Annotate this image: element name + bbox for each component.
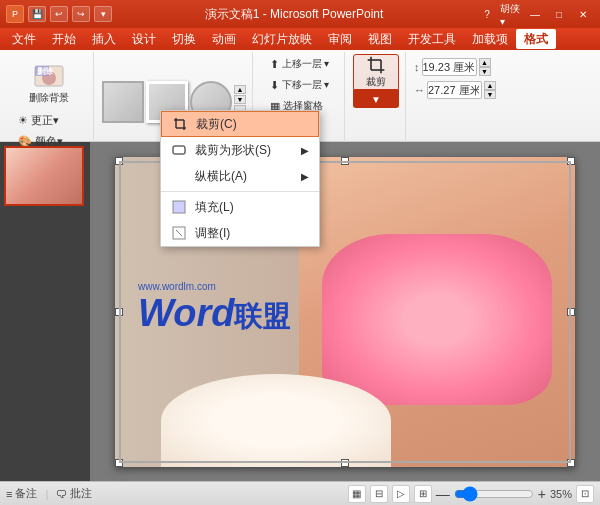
crop-icon [364,55,388,75]
app-title: 演示文稿1 - Microsoft PowerPoint [112,6,476,23]
down-layer-icon: ⬇ [270,79,279,92]
crop-label: 裁剪 [366,75,386,89]
width-down[interactable]: ▼ [484,90,496,99]
quick-undo[interactable]: ↩ [50,6,68,22]
maximize-btn[interactable]: □ [548,5,570,23]
menu-devtools[interactable]: 开发工具 [400,29,464,49]
menu-view[interactable]: 视图 [360,29,400,49]
crop-shape-icon [171,142,187,158]
width-up[interactable]: ▲ [484,81,496,90]
styles-up[interactable]: ▲ [234,85,246,94]
slide-thumb-1[interactable] [4,146,84,206]
remove-bg-label: 删除背景 [29,92,69,104]
menu-slideshow[interactable]: 幻灯片放映 [244,29,320,49]
menu-transition[interactable]: 切换 [164,29,204,49]
svg-line-15 [176,230,182,236]
view-reading[interactable]: ▷ [392,485,410,503]
slide-1-container: 1 [4,146,86,206]
aspect-icon [171,168,187,184]
crop-dropdown-btn[interactable]: ▼ [353,90,399,108]
height-icon: ↕ [414,61,420,73]
height-up[interactable]: ▲ [479,58,491,67]
fit-icon [171,225,187,241]
width-input[interactable] [427,81,482,99]
pic-style-1[interactable] [102,81,144,123]
remove-background-btn[interactable]: 删除 删除背景 [24,54,74,108]
crop-shape-item[interactable]: 裁剪为形状(S) ▶ [161,137,319,163]
fill-icon [171,199,187,215]
menu-animation[interactable]: 动画 [204,29,244,49]
up-layer-icon: ⬆ [270,58,279,71]
corrections-icon: ☀ [18,114,28,127]
aspect-ratio-item[interactable]: 纵横比(A) ▶ [161,163,319,189]
help-btn[interactable]: ? [476,5,498,23]
width-icon: ↔ [414,84,425,96]
status-notes[interactable]: ≡ 备注 [6,486,37,501]
user-btn[interactable]: 胡侠▾ [500,5,522,23]
fill-label: 填充(L) [195,199,234,216]
menu-insert[interactable]: 插入 [84,29,124,49]
quick-redo[interactable]: ↪ [72,6,90,22]
svg-rect-13 [173,201,185,213]
menu-addins[interactable]: 加载项 [464,29,516,49]
watermark-url: www.wordlm.com [138,281,290,292]
comment-label: 批注 [70,486,92,501]
fill-item[interactable]: 填充(L) [161,194,319,220]
fit-item[interactable]: 调整(I) [161,220,319,246]
view-sorter[interactable]: ⊟ [370,485,388,503]
fit-label: 调整(I) [195,225,230,242]
dropdown-sep [161,191,319,192]
menu-design[interactable]: 设计 [124,29,164,49]
arrange-btns: ⬆ 上移一层 ▾ ⬇ 下移一层 ▾ ▦ 选择窗格 [266,54,334,116]
corrections-btn[interactable]: ☀ 更正▾ [14,110,84,130]
crop-main-btn[interactable]: 裁剪 [353,54,399,90]
height-down[interactable]: ▼ [479,67,491,76]
fabric-detail [161,374,391,467]
down-layer-btn[interactable]: ⬇ 下移一层 ▾ [266,75,334,95]
zoom-slider[interactable] [454,489,534,499]
menu-home[interactable]: 开始 [44,29,84,49]
close-btn[interactable]: ✕ [572,5,594,23]
status-bar: ≡ 备注 | 🗨 批注 ▦ ⊟ ▷ ⊞ — + 35% ⊡ [0,481,600,505]
minimize-btn[interactable]: — [524,5,546,23]
status-sep1: | [45,488,48,500]
aspect-arrow: ▶ [301,171,309,182]
zoom-icon-minus: — [436,486,450,502]
crop-shape-label: 裁剪为形状(S) [195,142,271,159]
adjust-btns: 删除 删除背景 [24,54,74,108]
menu-file[interactable]: 文件 [4,29,44,49]
styles-down[interactable]: ▼ [234,95,246,104]
crop-menu-icon [172,116,188,132]
fit-window-btn[interactable]: ⊡ [576,485,594,503]
view-present[interactable]: ⊞ [414,485,432,503]
quick-more[interactable]: ▾ [94,6,112,22]
menu-format[interactable]: 格式 [516,29,556,49]
size-inputs: ↕ ▲ ▼ ↔ ▲ ▼ [414,54,496,101]
status-right: ▦ ⊟ ▷ ⊞ — + 35% ⊡ [348,485,594,503]
menu-review[interactable]: 审阅 [320,29,360,49]
width-spin: ▲ ▼ [484,81,496,99]
crop-item-label: 裁剪(C) [196,116,237,133]
slide-panel: 1 [0,142,90,481]
ribbon: 删除 删除背景 ☀ 更正▾ 🎨 颜色▾ ✦ 艺术效果▾ [0,50,600,142]
height-input[interactable] [422,58,477,76]
title-bar-left: P 💾 ↩ ↪ ▾ [6,5,112,23]
zoom-icon-plus: + [538,486,546,502]
status-comments[interactable]: 🗨 批注 [56,486,92,501]
photo-dress [322,234,552,405]
height-spin: ▲ ▼ [479,58,491,76]
watermark-word: Word [138,292,234,335]
title-bar-right: ? 胡侠▾ — □ ✕ [476,5,594,23]
watermark-container: www.wordlm.com Word 联盟 [138,281,290,336]
up-layer-btn[interactable]: ⬆ 上移一层 ▾ [266,54,334,74]
width-row: ↔ ▲ ▼ [414,81,496,99]
menu-bar: 文件 开始 插入 设计 切换 动画 幻灯片放映 审阅 视图 开发工具 加载项 格… [0,28,600,50]
view-normal[interactable]: ▦ [348,485,366,503]
thumb-content [6,148,82,204]
aspect-label: 纵横比(A) [195,168,247,185]
crop-shape-arrow: ▶ [301,145,309,156]
notes-label: 备注 [15,486,37,501]
crop-item[interactable]: 裁剪(C) [161,111,319,137]
quick-save[interactable]: 💾 [28,6,46,22]
crop-dropdown-menu: 裁剪(C) 裁剪为形状(S) ▶ 纵横比(A) ▶ [160,110,320,247]
